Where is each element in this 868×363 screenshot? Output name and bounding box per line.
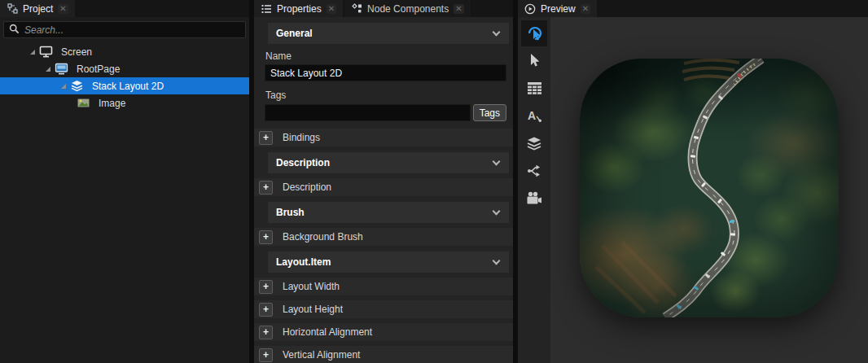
tab-preview-label: Preview: [541, 3, 576, 15]
name-label: Name: [265, 50, 513, 62]
section-layout-item[interactable]: Layout.Item: [268, 251, 509, 273]
vertical-alignment-label: Vertical Alignment: [283, 349, 360, 361]
add-vertical-alignment-button[interactable]: +: [259, 348, 273, 362]
tab-project[interactable]: Project ✕: [0, 0, 75, 17]
screen-icon: [39, 46, 53, 58]
fork-icon: [527, 164, 542, 181]
tool-layers[interactable]: [524, 133, 545, 155]
tags-row: Tags: [265, 104, 506, 121]
layers-icon: [526, 136, 542, 153]
layout-width-label: Layout Width: [283, 281, 340, 292]
preview-viewport: [550, 17, 868, 363]
tree-item-screen[interactable]: Screen: [0, 43, 249, 60]
tab-project-label: Project: [23, 3, 53, 15]
select-cursor-icon: [527, 53, 541, 70]
text-analysis-icon: A: [527, 108, 542, 125]
search-icon: [9, 24, 20, 37]
tab-node-components-label: Node Components: [367, 3, 449, 15]
layout-height-label: Layout Height: [283, 304, 343, 315]
background-brush-row[interactable]: + Background Brush: [254, 228, 513, 246]
project-panel: Project ✕ Screen Ro: [0, 0, 249, 363]
layout-height-row[interactable]: + Layout Height: [254, 300, 513, 318]
tool-text-analysis[interactable]: A: [524, 106, 545, 127]
project-tabbar: Project ✕: [0, 0, 249, 17]
add-background-brush-button[interactable]: +: [259, 230, 273, 244]
preview-tabbar: Preview ✕: [518, 0, 868, 17]
expander-icon[interactable]: [46, 67, 50, 72]
properties-tabbar: Properties ✕ Node Components ✕: [254, 0, 513, 17]
tree-item-image[interactable]: Image: [0, 94, 249, 112]
tree-item-label: Stack Layout 2D: [92, 81, 164, 92]
add-layout-height-button[interactable]: +: [259, 303, 273, 317]
tool-camera[interactable]: [524, 189, 545, 210]
tool-interact[interactable]: [521, 20, 547, 46]
stack-layout-icon: [70, 80, 84, 92]
properties-panel: Properties ✕ Node Components ✕ General N…: [254, 0, 513, 363]
preview-play-icon: [524, 3, 536, 15]
grid-icon: [527, 81, 542, 97]
tags-input[interactable]: [265, 104, 471, 121]
add-description-button[interactable]: +: [259, 181, 273, 195]
layout-width-row[interactable]: + Layout Width: [254, 278, 513, 295]
tree-item-label: Image: [99, 98, 125, 109]
image-icon: [77, 97, 90, 109]
section-general[interactable]: General: [268, 23, 509, 44]
preview-body: A: [518, 17, 868, 363]
close-icon[interactable]: ✕: [327, 4, 336, 14]
tab-preview[interactable]: Preview ✕: [518, 0, 597, 17]
tags-button[interactable]: Tags: [473, 104, 506, 121]
tree-item-rootpage[interactable]: RootPage: [0, 60, 249, 77]
name-input[interactable]: [265, 64, 506, 81]
node-components-icon: [351, 3, 362, 15]
chevron-down-icon: [493, 207, 501, 215]
section-description-label: Description: [276, 157, 330, 168]
preview-panel: Preview ✕: [518, 0, 868, 363]
close-icon[interactable]: ✕: [581, 4, 590, 14]
chevron-down-icon: [493, 256, 501, 265]
chevron-down-icon: [493, 157, 501, 165]
vertical-alignment-row[interactable]: + Vertical Alignment: [254, 346, 513, 363]
description-label: Description: [283, 182, 331, 193]
bindings-label: Bindings: [283, 132, 320, 143]
section-description[interactable]: Description: [268, 152, 509, 173]
close-icon[interactable]: ✕: [58, 4, 68, 14]
chevron-down-icon: [493, 28, 501, 36]
section-brush-label: Brush: [276, 207, 305, 218]
tree-item-label: Screen: [61, 46, 92, 58]
tab-properties[interactable]: Properties ✕: [254, 0, 343, 17]
section-general-label: General: [276, 28, 313, 39]
search-input[interactable]: [24, 24, 240, 36]
properties-list-icon: [261, 3, 272, 15]
interact-cursor-icon: [525, 24, 543, 44]
road-overlay: [580, 59, 839, 317]
expander-icon[interactable]: [30, 50, 35, 55]
project-tree: Screen RootPage Stack Layout 2D: [0, 43, 249, 363]
tree-item-label: RootPage: [77, 63, 120, 75]
add-binding-button[interactable]: +: [259, 131, 273, 145]
tab-properties-label: Properties: [277, 3, 322, 15]
description-row[interactable]: + Description: [254, 178, 513, 196]
preview-toolbar: A: [518, 17, 550, 363]
expander-icon[interactable]: [61, 84, 66, 89]
tool-select[interactable]: [524, 50, 545, 72]
horizontal-alignment-label: Horizontal Alignment: [283, 326, 372, 338]
preview-image[interactable]: [580, 59, 839, 317]
tool-grid[interactable]: [524, 78, 545, 99]
add-layout-width-button[interactable]: +: [259, 280, 273, 294]
svg-text:A: A: [528, 109, 536, 122]
tree-item-stack-layout-2d[interactable]: Stack Layout 2D: [0, 77, 249, 94]
rootpage-icon: [55, 63, 68, 75]
add-horizontal-alignment-button[interactable]: +: [259, 326, 273, 339]
studio-window: Project ✕ Screen Ro: [0, 0, 868, 363]
section-brush[interactable]: Brush: [268, 202, 509, 223]
close-icon[interactable]: ✕: [454, 4, 463, 14]
tab-node-components[interactable]: Node Components ✕: [344, 0, 470, 17]
horizontal-alignment-row[interactable]: + Horizontal Alignment: [254, 323, 513, 341]
tool-fork[interactable]: [524, 161, 545, 182]
project-icon: [7, 3, 18, 15]
camera-icon: [526, 191, 542, 208]
background-brush-label: Background Brush: [283, 231, 363, 243]
tags-label: Tags: [265, 90, 513, 101]
search-box[interactable]: [3, 21, 246, 38]
bindings-row[interactable]: + Bindings: [254, 129, 513, 147]
